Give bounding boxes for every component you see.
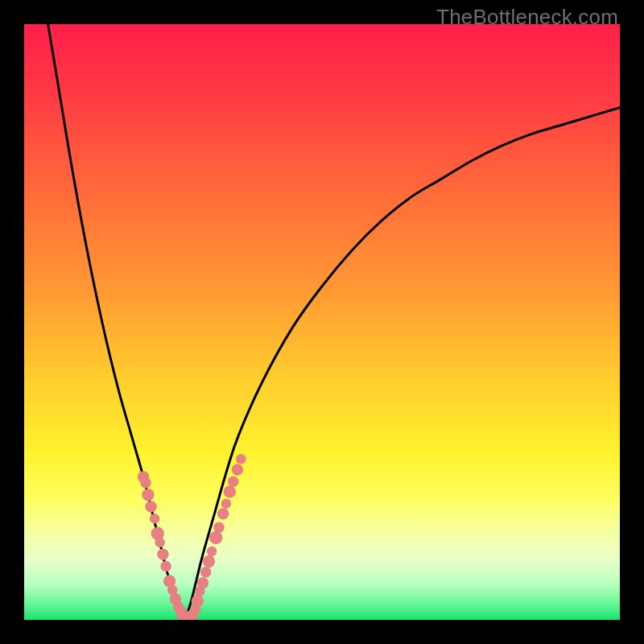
data-marker [209, 531, 222, 544]
data-marker [221, 498, 231, 508]
data-marker [160, 561, 171, 572]
data-marker [155, 538, 164, 547]
data-marker [200, 567, 211, 577]
chart-frame: TheBottleneck.com [0, 0, 644, 644]
curves-layer [24, 24, 620, 620]
data-marker [213, 522, 224, 533]
data-marker [236, 454, 246, 464]
data-marker [228, 477, 238, 487]
data-marker [207, 547, 217, 556]
data-marker [197, 577, 208, 588]
data-marker [203, 555, 215, 568]
left-curve [48, 24, 185, 620]
data-marker [157, 548, 168, 559]
data-marker [217, 508, 229, 519]
data-marker [192, 595, 204, 607]
data-marker [142, 489, 154, 501]
data-marker [232, 464, 243, 475]
data-marker [140, 477, 151, 488]
data-marker [150, 514, 159, 523]
plot-area [24, 24, 620, 620]
data-marker [145, 501, 156, 512]
data-marker [224, 485, 236, 497]
right-curve [185, 108, 620, 620]
